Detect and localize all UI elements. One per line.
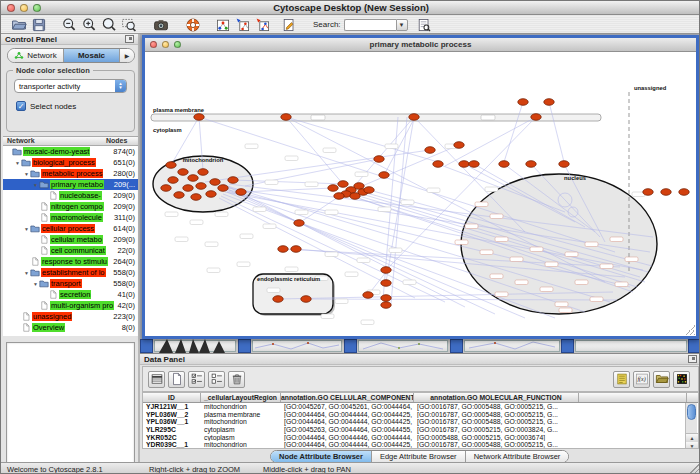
network-node[interactable] — [381, 267, 391, 274]
network-node[interactable] — [643, 189, 653, 196]
network-node[interactable] — [278, 246, 288, 253]
network-node[interactable] — [281, 114, 291, 121]
tree-row-multi-organism-pro[interactable]: multi-organism pro42(0) — [3, 300, 138, 311]
zoom-fit-button[interactable] — [99, 16, 119, 33]
zoom-out-button[interactable] — [59, 16, 79, 33]
net-close-button[interactable] — [150, 41, 157, 48]
tab-node-attribute-browser[interactable]: Node Attribute Browser — [271, 451, 372, 462]
network-node[interactable] — [338, 181, 348, 188]
tree-row-nucleobase-[interactable]: nucleobase-209(0) — [3, 190, 138, 201]
delete-attribute-trash-button[interactable] — [228, 371, 245, 388]
network-node[interactable] — [381, 302, 391, 309]
zoom-in-button[interactable] — [79, 16, 99, 33]
network-node[interactable] — [544, 99, 554, 106]
network-edge[interactable] — [504, 102, 523, 162]
column-header[interactable]: annotation.GO CELLULAR_COMPONENT — [281, 393, 414, 402]
tree-row-nitrogen-compo[interactable]: nitrogen compo209(0) — [3, 201, 138, 212]
network-node[interactable] — [499, 161, 509, 168]
tree-row-macromolecule[interactable]: macromolecule311(0) — [3, 212, 138, 223]
tree-row-primary-metabo[interactable]: ▼primary metabo209(... — [3, 179, 138, 190]
tab-network[interactable]: Network — [8, 49, 64, 62]
scroll-down-button[interactable]: ▼ — [686, 442, 698, 449]
network-node[interactable] — [166, 162, 176, 169]
window-resize-grip[interactable] — [685, 325, 695, 335]
tab-network-attribute-browser[interactable]: Network Attribute Browser — [466, 451, 569, 462]
table-row[interactable]: YPL036W__1mitochondrion[GO:0044464, GO:0… — [143, 418, 698, 426]
background-window-edge[interactable] — [140, 339, 153, 353]
tree-row-cell-communicat[interactable]: cell communicat22(0) — [3, 245, 138, 256]
background-window-edge[interactable] — [344, 339, 357, 353]
tree-row-establishment-of-lo[interactable]: ▼establishment of lo558(0) — [3, 267, 138, 278]
network-node[interactable] — [518, 99, 528, 106]
network-node[interactable] — [291, 246, 301, 253]
tree-row-overview[interactable]: Overview8(0) — [3, 322, 138, 333]
tab-mosaic[interactable]: Mosaic — [64, 49, 120, 62]
attribute-table-button[interactable] — [148, 371, 165, 388]
tab-edge-attribute-browser[interactable]: Edge Attribute Browser — [372, 451, 466, 462]
select-nodes-checkbox[interactable]: ✓ — [16, 101, 26, 111]
network-node[interactable] — [661, 189, 671, 196]
network-node[interactable] — [425, 147, 435, 154]
zoom-selected-button[interactable] — [119, 16, 139, 33]
network-node[interactable] — [459, 161, 469, 168]
network-node[interactable] — [379, 172, 389, 179]
attribute-notes-button[interactable] — [613, 371, 630, 388]
network-node[interactable] — [191, 194, 201, 201]
node-color-dropdown[interactable]: transporter activity ▲▼ — [14, 79, 127, 93]
select-mode-nodes-button[interactable] — [233, 16, 253, 33]
tree-col-nodes[interactable]: Nodes — [106, 137, 138, 145]
network-node[interactable] — [206, 191, 216, 198]
minimize-button[interactable] — [20, 4, 28, 12]
table-row[interactable]: YDR039C__1mitochondrion[GO:0044464, GO:0… — [143, 441, 698, 449]
save-button[interactable] — [29, 16, 49, 33]
float-panel-icon[interactable] — [688, 355, 697, 363]
close-button[interactable] — [7, 4, 15, 12]
tree-expander[interactable]: ▼ — [23, 226, 30, 232]
background-window-edge[interactable] — [561, 339, 574, 353]
tree-expander[interactable]: ▼ — [23, 171, 30, 177]
tree-row-response-to-stimulu[interactable]: response to stimulu264(0) — [3, 256, 138, 267]
table-row[interactable]: YPL036W__2plasma membrane[GO:0044464, GO… — [143, 411, 698, 419]
float-panel-icon[interactable] — [125, 35, 134, 43]
table-row[interactable]: YLR295Ccytoplasm[GO:0045263, GO:0044464,… — [143, 426, 698, 434]
network-edge[interactable] — [549, 102, 564, 162]
open-folder-button[interactable] — [9, 16, 29, 33]
net-minimize-button[interactable] — [162, 41, 169, 48]
help-lifering-button[interactable] — [183, 16, 203, 33]
network-node[interactable] — [294, 220, 304, 227]
network-node[interactable] — [218, 185, 228, 192]
background-window-edge[interactable] — [238, 339, 251, 353]
tree-row-cellular-process[interactable]: ▼cellular process614(0) — [3, 223, 138, 234]
network-node[interactable] — [334, 193, 344, 200]
network-node[interactable] — [174, 192, 184, 199]
network-node[interactable] — [531, 114, 541, 121]
network-node[interactable] — [328, 185, 338, 192]
tree-expander[interactable]: ▼ — [32, 182, 39, 188]
zoom-window-button[interactable] — [33, 4, 41, 12]
tree-row-transport[interactable]: ▼transport558(0) — [3, 278, 138, 289]
import-attributes-folder-button[interactable] — [653, 371, 670, 388]
scroll-up-button[interactable]: ▲ — [686, 434, 698, 442]
birdseye-network-button[interactable] — [213, 16, 233, 33]
search-dropdown-button[interactable]: ▼ — [396, 19, 408, 31]
select-mode-edges-button[interactable] — [253, 16, 273, 33]
network-node[interactable] — [198, 169, 208, 176]
birdseye-view-panel[interactable] — [6, 342, 135, 474]
network-node[interactable] — [409, 114, 419, 121]
network-node[interactable] — [381, 280, 391, 287]
tree-row-biological-process[interactable]: ▼biological_process651(0) — [3, 157, 138, 168]
network-node[interactable] — [210, 179, 220, 186]
network-node[interactable] — [188, 175, 198, 182]
network-node[interactable] — [161, 185, 171, 192]
network-node[interactable] — [559, 161, 569, 168]
network-node[interactable] — [454, 142, 464, 149]
network-canvas[interactable]: plasma membranecytoplasmmitochondrionnuc… — [145, 52, 696, 336]
network-node[interactable] — [301, 296, 311, 303]
column-header[interactable]: _cellularLayoutRegion — [201, 393, 281, 402]
tree-row-secretion[interactable]: secretion41(0) — [3, 289, 138, 300]
column-header[interactable]: annotation.GO MOLECULAR_FUNCTION — [414, 393, 579, 402]
snapshot-camera-button[interactable] — [151, 16, 171, 33]
scrollbar-thumb[interactable] — [687, 404, 696, 420]
network-node[interactable] — [273, 296, 283, 303]
tree-row-unassigned[interactable]: unassigned223(0) — [3, 311, 138, 322]
